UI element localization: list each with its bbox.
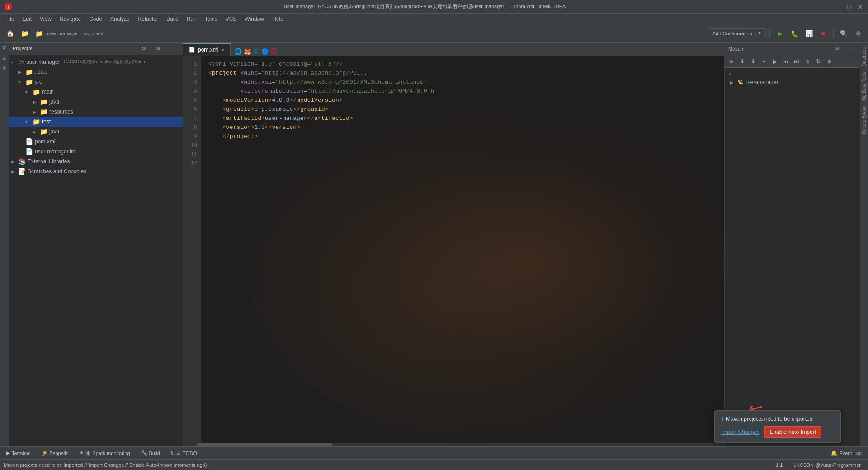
sidebar-minimize-icon[interactable]: ─	[166, 43, 179, 55]
tree-item-pom[interactable]: ▶ 📄 pom.xml	[9, 137, 183, 147]
tree-item-resources[interactable]: ▶ 📁 resources	[9, 107, 183, 117]
build-label: Build	[149, 451, 160, 456]
tree-item-ext-libs[interactable]: ▶ 📚 External Libraries	[9, 157, 183, 166]
structure-tool-icon[interactable]: ≡	[0, 54, 9, 62]
maven-download-button[interactable]: ⬇	[737, 57, 747, 66]
project-panel: Project ▾ ⟳ ⚙ ─ ▾ 🗂 user-manager G:\CSDN…	[9, 43, 183, 446]
spark-count: 4	[85, 451, 91, 456]
run-with-coverage-button[interactable]: 📊	[802, 27, 815, 40]
todo-num: 6:	[171, 451, 175, 456]
pom-xml-close-icon[interactable]: ✕	[221, 47, 225, 52]
iml-icon: 📄	[25, 148, 33, 155]
menu-file[interactable]: File	[2, 15, 18, 23]
event-log-icon: 🔔	[831, 450, 837, 456]
maven-more-button[interactable]: ⚙	[824, 57, 834, 66]
menu-help[interactable]: Help	[269, 15, 287, 23]
status-user: LKCSDN @Yuan-Programmer	[790, 462, 864, 468]
database-panel-label[interactable]: Database	[861, 44, 868, 69]
maven-tree-root-label: user-manager	[745, 79, 778, 85]
test-java-folder-icon: 📁	[40, 128, 47, 135]
sidebar-tree: ▾ 🗂 user-manager G:\CSDN教程\SpringBoot项目系…	[9, 55, 183, 446]
menu-navigate[interactable]: Navigate	[56, 15, 85, 23]
maven-m-icon-button[interactable]: m	[781, 57, 791, 66]
minimize-button[interactable]: ─	[835, 3, 842, 10]
tab-todo[interactable]: 6: ☑ TODO	[166, 449, 202, 457]
toolbar-test-icon[interactable]: 📁	[33, 27, 45, 40]
tree-item-src[interactable]: ▾ 📁 src	[9, 77, 183, 87]
maven-settings-icon[interactable]: ⚙	[831, 43, 844, 55]
enable-auto-import-button[interactable]: Enable Auto-Import	[764, 426, 821, 438]
app-icon: I	[5, 3, 12, 10]
menu-view[interactable]: View	[36, 15, 55, 23]
project-tool-icon[interactable]: P	[0, 44, 9, 52]
code-line-2: <project xmlns="http://maven.apache.org/…	[208, 69, 717, 78]
sidebar-cog-icon[interactable]: ⚙	[152, 43, 165, 55]
tab-event-log[interactable]: 🔔 Event Log	[826, 449, 866, 457]
tab-spark-monitoring[interactable]: ✦ 4 Spark monitoring	[75, 449, 135, 457]
close-button[interactable]: ✕	[856, 3, 863, 10]
restore-button[interactable]: □	[845, 3, 853, 10]
toolbar-right: Add Configuration... ▾ ▶ 🐛 📊 ■ 🔍 ⚙	[708, 27, 864, 40]
tree-item-scratches[interactable]: ▶ 📝 Scratches and Consoles	[9, 166, 183, 176]
tab-zeppelin[interactable]: ⚡ Zeppelin	[37, 449, 73, 457]
tab-build[interactable]: 🔧 Build	[137, 449, 165, 457]
window-controls[interactable]: ─ □ ✕	[835, 3, 863, 10]
tab-pom-xml[interactable]: 📄 pom.xml ✕	[183, 43, 231, 56]
expand-arrow: ▾	[11, 60, 16, 65]
maven-skip-button[interactable]: ⏭	[792, 57, 802, 66]
menu-tools[interactable]: Tools	[201, 15, 221, 23]
browser-edge-icon: 🔵	[261, 48, 269, 55]
bookmark-tool-icon[interactable]: ★	[0, 64, 9, 72]
stop-button[interactable]: ■	[817, 27, 830, 40]
notification-title: ℹ Maven projects need to be imported	[721, 415, 834, 423]
project-panel-title: Project ▾	[13, 46, 32, 52]
maven-minimize-icon[interactable]: ─	[844, 43, 856, 55]
maven-toggle1-button[interactable]: ≡	[802, 57, 812, 66]
tree-item-idea[interactable]: ▶ 📁 .idea	[9, 67, 183, 77]
tree-item-test-java[interactable]: ▶ 📁 java	[9, 127, 183, 137]
menu-build[interactable]: Build	[163, 15, 182, 23]
debug-button[interactable]: 🐛	[788, 27, 801, 40]
menu-edit[interactable]: Edit	[19, 15, 35, 23]
editor-tabs: 📄 pom.xml ✕ 🌐 🦊 Ⓔ 🔵 Ⓞ	[183, 43, 724, 56]
menu-vcs[interactable]: VCS	[222, 15, 241, 23]
browser-chrome-icon: 🌐	[234, 48, 242, 55]
import-changes-link[interactable]: Import Changes	[721, 429, 760, 435]
search-everywhere-button[interactable]: 🔍	[837, 27, 850, 40]
record-board-label[interactable]: Record Board	[861, 104, 868, 137]
run-button[interactable]: ▶	[774, 27, 786, 40]
toolbar-src-icon[interactable]: 📁	[18, 27, 31, 40]
big-data-tools-panel-label[interactable]: Big Data Tools	[861, 69, 868, 104]
editor-content[interactable]: 1 2 3 4 5 6 7 8 9 10 11 12 <?xml version…	[183, 56, 724, 443]
maven-download-sources-button[interactable]: ⬇	[748, 57, 758, 66]
left-tool-icons: P ≡ ★	[0, 43, 9, 446]
menu-window[interactable]: Window	[241, 15, 268, 23]
editor-horizontal-scrollbar[interactable]	[183, 443, 724, 446]
maven-panel-title: Maven	[728, 46, 743, 52]
maven-run-button[interactable]: ▶	[770, 57, 780, 66]
maven-add-button[interactable]: +	[759, 57, 769, 66]
settings-button[interactable]: ⚙	[852, 27, 864, 40]
code-line-12: </project>	[208, 132, 717, 141]
tree-item-iml[interactable]: ▶ 📄 user-manager.iml	[9, 147, 183, 157]
scrollbar-thumb[interactable]	[197, 443, 332, 447]
tree-item-test[interactable]: ▾ 📁 test	[9, 117, 183, 127]
maven-tree-root[interactable]: ▶ 🏗 user-manager	[725, 77, 860, 87]
maven-refresh-button[interactable]: ⟳	[726, 57, 736, 66]
tab-terminal[interactable]: ▶ Terminal	[2, 449, 35, 457]
tree-item-java[interactable]: ▶ 📁 java	[9, 97, 183, 107]
menu-code[interactable]: Code	[85, 15, 106, 23]
maven-toggle2-button[interactable]: ⇅	[813, 57, 823, 66]
tree-item-root[interactable]: ▾ 🗂 user-manager G:\CSDN教程\SpringBoot项目系…	[9, 57, 183, 67]
menu-run[interactable]: Run	[183, 15, 200, 23]
tree-item-main[interactable]: ▾ 📁 main	[9, 87, 183, 97]
todo-icon: ☑	[176, 450, 181, 456]
menu-refactor[interactable]: Refactor	[134, 15, 162, 23]
add-configuration-button[interactable]: Add Configuration... ▾	[708, 28, 766, 38]
check-icon: ✓	[728, 71, 732, 76]
code-editor[interactable]: <?xml version="1.0" encoding="UTF-8"?> <…	[201, 56, 724, 443]
tree-item-root-path: G:\CSDN教程\SpringBoot项目系列\Sprin...	[64, 59, 149, 65]
toolbar-project-icon[interactable]: 🏠	[4, 27, 16, 40]
sidebar-sync-icon[interactable]: ⟳	[137, 43, 150, 55]
menu-analyze[interactable]: Analyze	[107, 15, 133, 23]
